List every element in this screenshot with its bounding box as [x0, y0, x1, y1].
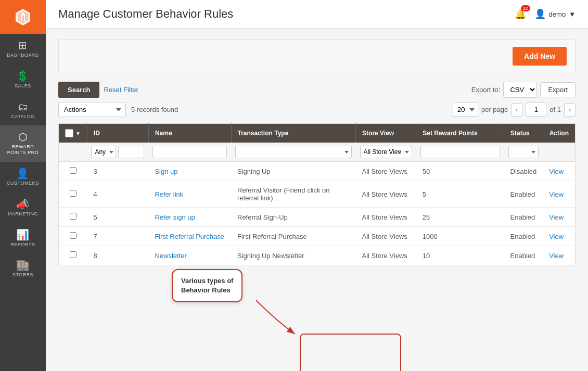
- row-id: 5: [87, 208, 148, 227]
- th-transaction-type: Transaction Type: [231, 124, 356, 143]
- notification-badge: 12: [521, 5, 530, 11]
- export-to-label: Export to:: [471, 86, 501, 94]
- row-reward-points: 1000: [416, 227, 504, 246]
- row-checkbox-cell: [59, 162, 87, 181]
- checkbox-dropdown-icon[interactable]: ▼: [75, 131, 81, 136]
- next-page-button[interactable]: ›: [564, 103, 576, 117]
- user-avatar-icon: 👤: [534, 8, 546, 20]
- row-name-link[interactable]: Newsletter: [155, 252, 186, 260]
- row-view-link[interactable]: View: [549, 213, 564, 221]
- sidebar-item-catalog[interactable]: 🗂 CATALOG: [0, 95, 46, 126]
- row-transaction-type: Referral Sign-Up: [231, 208, 356, 227]
- filter-id-cell: Any: [87, 143, 148, 162]
- row-status: Disabled: [504, 162, 543, 181]
- filter-bar: Search Reset Filter Export to: CSV Expor…: [58, 82, 576, 98]
- row-view-link[interactable]: View: [549, 168, 564, 175]
- table-row: 8 Newsletter Signing Up Newsletter All S…: [59, 246, 576, 265]
- row-view-link[interactable]: View: [549, 252, 564, 260]
- notification-bell[interactable]: 🔔 12: [515, 8, 526, 20]
- filter-reward-points-cell: [416, 143, 504, 162]
- row-name-link[interactable]: Refer link: [155, 190, 183, 198]
- row-id: 3: [87, 162, 148, 181]
- row-reward-points: 5: [416, 181, 504, 208]
- per-page-select[interactable]: 20: [453, 103, 478, 117]
- filter-status-select[interactable]: [508, 146, 539, 158]
- filter-id-condition-select[interactable]: Any: [91, 146, 116, 158]
- dashboard-icon: ⊞: [18, 40, 28, 50]
- export-format-select[interactable]: CSV: [503, 82, 537, 98]
- row-name-link[interactable]: Refer sign up: [155, 213, 195, 221]
- table-header-row: ▼ ID Name Transaction Type Store View Se…: [59, 124, 576, 143]
- th-status: Status: [504, 124, 543, 143]
- user-menu[interactable]: 👤 demo ▼: [534, 8, 576, 20]
- filter-checkbox-cell: [59, 143, 87, 162]
- row-id: 4: [87, 181, 148, 208]
- filter-transaction-select[interactable]: [235, 146, 352, 158]
- row-view-link[interactable]: View: [549, 233, 564, 240]
- search-button[interactable]: Search: [58, 82, 99, 98]
- prev-page-button[interactable]: ‹: [511, 103, 522, 117]
- content-area: Add New Search Reset Filter Export to: C…: [46, 29, 588, 371]
- sidebar-item-marketing[interactable]: 📣 MARKETING: [0, 193, 46, 223]
- tooltip-callout: Various types of Behavior Rules: [172, 269, 242, 302]
- row-checkbox[interactable]: [70, 232, 76, 239]
- sidebar-logo[interactable]: [0, 0, 46, 34]
- main-content: Manage Customer Behavior Rules 🔔 12 👤 de…: [46, 0, 588, 371]
- row-status: Enabled: [504, 208, 543, 227]
- table-row: 7 First Referral Purchase First Referral…: [59, 227, 576, 246]
- tooltip-line1: Various types of: [181, 277, 233, 285]
- actions-bar: Actions 5 records found 20 per page ‹ of…: [58, 102, 576, 117]
- row-checkbox-cell: [59, 181, 87, 208]
- sidebar-item-customers[interactable]: 👤 CUSTOMERS: [0, 162, 46, 193]
- row-checkbox[interactable]: [70, 167, 76, 174]
- sidebar-item-sales[interactable]: 💲 SALES: [0, 65, 46, 95]
- sidebar-item-stores[interactable]: 🏬 STORES: [0, 253, 46, 284]
- table-row: 4 Refer link Referral Visitor (Friend cl…: [59, 181, 576, 208]
- filter-status-cell: [504, 143, 543, 162]
- customers-icon: 👤: [16, 168, 30, 178]
- row-id: 7: [87, 227, 148, 246]
- filter-action-cell: [543, 143, 575, 162]
- row-checkbox-cell: [59, 208, 87, 227]
- table-row: 3 Sign up Signing Up All Store Views 50 …: [59, 162, 576, 181]
- table-wrapper: Various types of Behavior Rules: [58, 123, 576, 265]
- sidebar-item-label: MARKETING: [8, 211, 38, 217]
- export-button[interactable]: Export: [540, 82, 576, 97]
- filter-id-input[interactable]: [118, 146, 144, 158]
- row-name-link[interactable]: First Referral Purchase: [155, 233, 224, 240]
- row-reward-points: 10: [416, 246, 504, 265]
- page-number-input[interactable]: [526, 103, 546, 117]
- reports-icon: 📊: [16, 229, 30, 240]
- user-name: demo: [549, 10, 566, 18]
- sidebar-item-label: REPORTS: [11, 242, 35, 248]
- row-view-link[interactable]: View: [549, 190, 564, 198]
- row-name: Refer sign up: [148, 208, 231, 227]
- row-name-link[interactable]: Sign up: [155, 168, 177, 175]
- row-checkbox[interactable]: [70, 251, 76, 258]
- sidebar-item-dashboard[interactable]: ⊞ DASHBOARD: [0, 34, 46, 65]
- row-transaction-type: Signing Up Newsletter: [231, 246, 356, 265]
- row-action: View: [543, 227, 575, 246]
- reset-filter-button[interactable]: Reset Filter: [104, 86, 138, 94]
- filter-store-view-cell: All Store Views: [356, 143, 416, 162]
- filter-name-input[interactable]: [152, 146, 227, 158]
- row-checkbox[interactable]: [70, 190, 76, 197]
- sidebar-item-reward-points-pro[interactable]: ⬡ REWARD POINTS PRO: [0, 125, 46, 162]
- th-checkbox: ▼: [59, 124, 87, 143]
- row-action: View: [543, 162, 575, 181]
- row-store-view: All Store Views: [356, 162, 416, 181]
- row-status: Enabled: [504, 227, 543, 246]
- table-body: 3 Sign up Signing Up All Store Views 50 …: [59, 162, 576, 265]
- select-all-checkbox[interactable]: [65, 129, 73, 137]
- row-reward-points: 50: [416, 162, 504, 181]
- filter-store-view-select[interactable]: All Store Views: [360, 146, 412, 158]
- row-checkbox-cell: [59, 246, 87, 265]
- add-new-button[interactable]: Add New: [513, 47, 567, 66]
- row-checkbox[interactable]: [70, 213, 76, 220]
- filter-reward-points-input[interactable]: [420, 146, 500, 158]
- sidebar-item-label: CUSTOMERS: [7, 181, 39, 186]
- row-transaction-type: First Referral Purchase: [231, 227, 356, 246]
- actions-select[interactable]: Actions: [58, 102, 126, 117]
- sidebar-item-reports[interactable]: 📊 REPORTS: [0, 223, 46, 254]
- sidebar-item-label: REWARD POINTS PRO: [2, 144, 44, 156]
